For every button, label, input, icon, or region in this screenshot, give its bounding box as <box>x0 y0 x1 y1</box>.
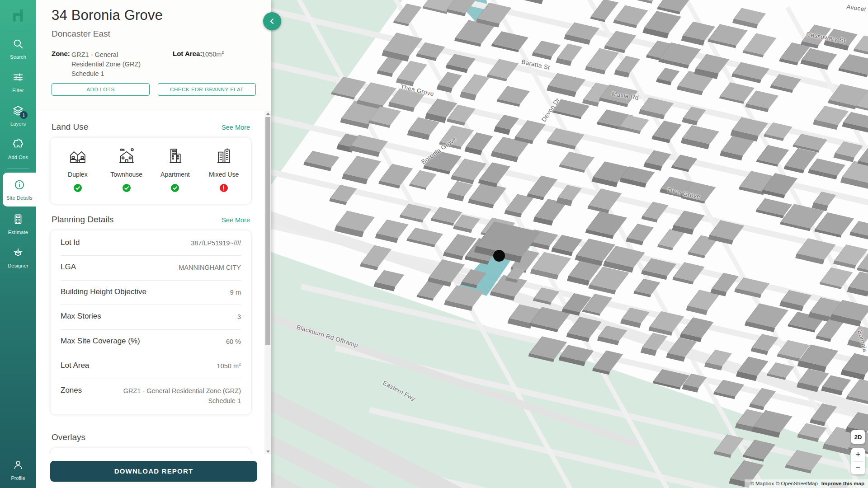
townhouse-icon <box>118 147 136 167</box>
land-use-heading: Land Use <box>52 122 88 132</box>
profile-label: Profile <box>11 475 25 481</box>
land-use-apartment[interactable]: Apartment <box>151 147 200 194</box>
apartment-icon <box>166 147 184 167</box>
planning-section-header: Planning Details See More <box>52 215 250 225</box>
check-granny-flat-button[interactable]: CHECK FOR GRANNY FLAT <box>158 83 256 96</box>
planning-row: ZonesGRZ1 - General Residential Zone (GR… <box>61 379 241 413</box>
chevron-left-icon <box>269 18 276 25</box>
panel-scroll-content[interactable]: Land Use See More DuplexTownhouseApartme… <box>36 111 264 454</box>
improve-map-link[interactable]: Improve this map <box>821 481 864 486</box>
designer-icon <box>12 247 24 260</box>
map-attribution: © Mapbox© OpenStreetMapImprove this map <box>745 479 868 488</box>
zone-summary: Zone: GRZ1 - GeneralResidential Zone (GR… <box>52 50 256 83</box>
land-use-section-header: Land Use See More <box>52 122 250 132</box>
planning-row-value: 3 <box>237 312 241 322</box>
designer-label: Designer <box>8 263 28 268</box>
restricted-alert-icon <box>220 184 228 194</box>
overlays-card: We couldn't find any planning overlays <box>51 448 251 454</box>
layers-badge: 1 <box>20 111 28 119</box>
planning-row-value: 60 % <box>226 337 241 347</box>
filter-label: Filter <box>12 88 24 93</box>
allowed-check-icon <box>123 184 131 194</box>
addons-icon <box>12 138 24 152</box>
layers-label: Layers <box>10 121 26 127</box>
land-use-label: Apartment <box>160 171 190 178</box>
planning-row-value: 1050 m2 <box>217 361 241 371</box>
land-use-label: Townhouse <box>110 171 142 178</box>
mixed-use-icon <box>215 147 233 167</box>
page-subtitle: Doncaster East <box>52 29 256 39</box>
sidebar-item-addons[interactable]: Add Ons <box>0 133 36 165</box>
attribution-osm-link[interactable]: © OpenStreetMap <box>776 481 818 486</box>
planning-row: Building Height Objective9 m <box>61 281 241 305</box>
zone-value: GRZ1 - GeneralResidential Zone (GRZ)Sche… <box>71 50 141 79</box>
planning-row-label: Zones <box>61 386 82 395</box>
archistar-logo-icon <box>9 5 28 26</box>
scroll-up-arrow[interactable] <box>264 111 271 116</box>
panel-header: 34 Boronia Grove Doncaster East Zone: GR… <box>36 0 271 111</box>
planning-row-value: 387/LP51919~//// <box>191 238 241 248</box>
add-lots-button[interactable]: ADD LOTS <box>52 83 150 96</box>
planning-row-label: Max Site Coverage (%) <box>61 337 140 346</box>
zone-label: Zone: <box>52 50 70 57</box>
zoom-out-button[interactable]: − <box>851 462 865 475</box>
land-use-mixed-use[interactable]: Mixed Use <box>199 147 248 194</box>
app: Baratta StThea GroveMaxia RdDevon DrBoro… <box>0 0 868 488</box>
collapse-panel-button[interactable] <box>263 12 281 30</box>
allowed-check-icon <box>171 184 179 194</box>
land-use-see-more-link[interactable]: See More <box>222 124 250 131</box>
allowed-check-icon <box>74 184 82 194</box>
panel-scrollbar <box>264 111 271 454</box>
page-title: 34 Boronia Grove <box>52 7 256 23</box>
sidebar-item-filter[interactable]: Filter <box>0 66 36 98</box>
header-actions: ADD LOTS CHECK FOR GRANNY FLAT <box>52 83 256 96</box>
app-logo[interactable] <box>0 0 36 31</box>
planning-row-label: LGA <box>61 263 76 272</box>
land-use-duplex[interactable]: Duplex <box>53 147 102 194</box>
sidebar-item-search[interactable]: Search <box>0 33 36 65</box>
sidebar-divider <box>7 31 29 31</box>
scrollbar-thumb[interactable] <box>265 117 270 345</box>
duplex-icon <box>69 147 87 167</box>
download-report-button[interactable]: DOWNLOAD REPORT <box>50 461 257 482</box>
overlays-heading: Overlays <box>52 432 85 442</box>
planning-row: Max Stories3 <box>61 305 241 329</box>
land-use-townhouse[interactable]: Townhouse <box>102 147 151 194</box>
planning-row-label: Max Stories <box>61 312 101 321</box>
sidebar-item-profile[interactable]: Profile <box>0 455 36 485</box>
estimate-label: Estimate <box>8 230 28 235</box>
planning-row-value: MANNINGHAM CITY <box>179 263 241 272</box>
overlays-section-header: Overlays <box>52 432 250 442</box>
planning-see-more-link[interactable]: See More <box>222 216 250 224</box>
planning-row-label: Lot Area <box>61 361 89 370</box>
site-details-icon <box>14 179 25 192</box>
lot-area-label: Lot Area: <box>173 50 202 57</box>
planning-row: LGAMANNINGHAM CITY <box>61 256 241 280</box>
map-2d-toggle-button[interactable]: 2D <box>851 430 865 444</box>
sidebar-divider <box>7 169 29 169</box>
filter-icon <box>12 71 24 85</box>
planning-row: Lot Area1050 m2 <box>61 354 241 379</box>
profile-icon <box>12 459 24 473</box>
sidebar-nav: SearchFilter1LayersAdd OnsSite DetailsEs… <box>0 33 36 273</box>
map-zoom-control: + − <box>851 448 865 474</box>
scroll-down-arrow[interactable] <box>264 449 271 454</box>
planning-details-card: Lot Id387/LP51919~////LGAMANNINGHAM CITY… <box>51 230 251 414</box>
sidebar: SearchFilter1LayersAdd OnsSite DetailsEs… <box>0 0 36 488</box>
attribution-mapbox-link[interactable]: © Mapbox <box>750 481 774 486</box>
planning-row: Max Site Coverage (%)60 % <box>61 330 241 354</box>
sidebar-item-designer[interactable]: Designer <box>0 241 36 273</box>
land-use-card: DuplexTownhouseApartmentMixed Use <box>51 138 251 204</box>
sidebar-item-estimate[interactable]: Estimate <box>0 208 36 240</box>
planning-row-label: Lot Id <box>61 238 80 247</box>
sidebar-item-site-details[interactable]: Site Details <box>3 173 36 206</box>
site-details-label: Site Details <box>6 195 33 201</box>
addons-label: Add Ons <box>8 155 28 160</box>
zoom-in-button[interactable]: + <box>851 448 865 461</box>
sidebar-item-layers[interactable]: 1Layers <box>0 99 36 131</box>
planning-heading: Planning Details <box>52 215 113 225</box>
lot-area-value: 1050m2 <box>202 50 224 58</box>
land-use-label: Duplex <box>68 171 88 178</box>
planning-row-value: GRZ1 - General Residential Zone (GRZ)Sch… <box>123 386 241 406</box>
land-use-label: Mixed Use <box>209 171 239 178</box>
